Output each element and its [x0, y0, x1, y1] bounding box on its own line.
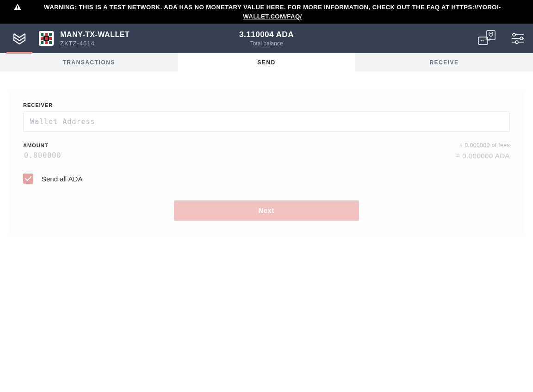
- paper-wallet-icon: [477, 30, 497, 47]
- nav-back[interactable]: [6, 31, 32, 46]
- svg-rect-10: [41, 41, 43, 44]
- yoroi-logo-icon: [12, 31, 27, 46]
- tab-receive[interactable]: RECEIVE: [355, 53, 533, 72]
- tab-transactions[interactable]: TRANSACTIONS: [0, 53, 178, 72]
- wallet-name: MANY-TX-WALLET: [60, 30, 130, 39]
- svg-rect-12: [45, 41, 48, 44]
- svg-rect-6: [41, 37, 43, 40]
- tab-send[interactable]: SEND: [178, 53, 355, 72]
- svg-point-16: [483, 40, 483, 41]
- svg-point-22: [515, 41, 518, 44]
- fees-text: + 0.000000 of fees: [459, 142, 510, 149]
- svg-rect-7: [49, 37, 52, 40]
- svg-rect-5: [45, 33, 48, 36]
- settings-button[interactable]: [511, 32, 525, 44]
- amount-label: AMOUNT: [23, 143, 48, 148]
- wallet-info: MANY-TX-WALLET ZKTZ-4614: [60, 30, 130, 47]
- wallet-sub-id: ZKTZ-4614: [60, 40, 130, 47]
- next-button[interactable]: Next: [174, 200, 359, 221]
- svg-point-20: [520, 37, 523, 40]
- balance-block: 3.110004 ADA Total balance: [239, 30, 294, 47]
- balance-amount: 3.110004 ADA: [239, 30, 294, 39]
- send-all-label: Send all ADA: [42, 175, 82, 183]
- warning-icon: [14, 4, 21, 13]
- settings-sliders-icon: [511, 32, 525, 44]
- wallet-tabs: TRANSACTIONS SEND RECEIVE: [0, 53, 533, 72]
- check-icon: [25, 176, 31, 181]
- svg-rect-0: [17, 6, 18, 8]
- balance-label: Total balance: [239, 40, 294, 47]
- svg-rect-11: [49, 41, 52, 44]
- wallet-avatar: [39, 31, 54, 46]
- app-header: MANY-TX-WALLET ZKTZ-4614 3.110004 ADA To…: [0, 24, 533, 53]
- amount-input-disabled: 0.000000: [23, 151, 61, 160]
- amount-total: = 0.000000 ADA: [456, 152, 510, 160]
- svg-point-15: [481, 40, 482, 41]
- svg-rect-3: [41, 33, 43, 36]
- svg-rect-1: [17, 9, 18, 10]
- receiver-label: RECEIVER: [23, 102, 510, 108]
- svg-point-18: [513, 33, 515, 36]
- svg-rect-9: [45, 37, 48, 40]
- send-panel: RECEIVER AMOUNT + 0.000000 of fees 0.000…: [0, 72, 533, 246]
- paper-wallet-button[interactable]: [477, 30, 497, 47]
- svg-rect-4: [49, 33, 52, 36]
- send-form-card: RECEIVER AMOUNT + 0.000000 of fees 0.000…: [9, 90, 524, 236]
- testnet-warning-banner: WARNING: THIS IS A TEST NETWORK. ADA HAS…: [0, 0, 533, 24]
- receiver-input[interactable]: [23, 112, 510, 132]
- warning-prefix: WARNING: THIS IS A TEST NETWORK. ADA HAS…: [44, 4, 451, 11]
- warning-text: WARNING: THIS IS A TEST NETWORK. ADA HAS…: [26, 3, 519, 21]
- send-all-checkbox[interactable]: [23, 174, 33, 184]
- nav-active-indicator: [6, 52, 32, 54]
